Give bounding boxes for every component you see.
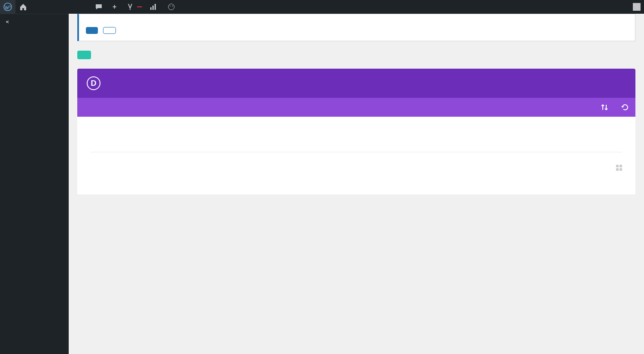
- panel-header: D: [77, 69, 635, 98]
- insights-link[interactable]: [146, 0, 164, 14]
- svg-point-5: [170, 6, 170, 6]
- home-icon[interactable]: [15, 0, 31, 14]
- role-editor-panel: D: [77, 69, 635, 194]
- svg-rect-10: [616, 168, 619, 171]
- svg-rect-1: [150, 7, 152, 10]
- wordpress-logo[interactable]: [0, 0, 15, 14]
- panel-body: [77, 117, 635, 194]
- svg-rect-11: [620, 168, 622, 171]
- grid-view-icon[interactable]: [616, 163, 623, 174]
- learn-more-button[interactable]: [103, 27, 116, 34]
- connect-button[interactable]: [86, 27, 98, 34]
- divi-logo-icon: D: [87, 76, 100, 90]
- user-avatar[interactable]: [633, 3, 641, 11]
- svg-point-6: [172, 6, 173, 6]
- sort-icon[interactable]: [594, 98, 615, 117]
- new-link[interactable]: +: [109, 0, 122, 14]
- reset-icon[interactable]: [615, 98, 635, 117]
- role-tabs: [77, 98, 635, 117]
- delete-cache-link[interactable]: [164, 0, 182, 14]
- svg-point-4: [168, 4, 174, 10]
- yoast-badge: [137, 6, 142, 7]
- admin-sidebar: [0, 14, 69, 212]
- svg-rect-3: [155, 4, 156, 10]
- collapse-menu[interactable]: [0, 14, 69, 30]
- svg-rect-2: [152, 6, 154, 10]
- builder-section-title: [90, 163, 623, 174]
- admin-topbar: +: [0, 0, 644, 14]
- save-divi-roles-button[interactable]: [77, 51, 91, 59]
- svg-rect-8: [616, 165, 619, 167]
- main-content: D: [69, 14, 644, 212]
- svg-rect-9: [620, 165, 622, 167]
- analytics-notice: [77, 14, 635, 41]
- comments-link[interactable]: [91, 0, 109, 14]
- yoast-link[interactable]: [122, 0, 146, 14]
